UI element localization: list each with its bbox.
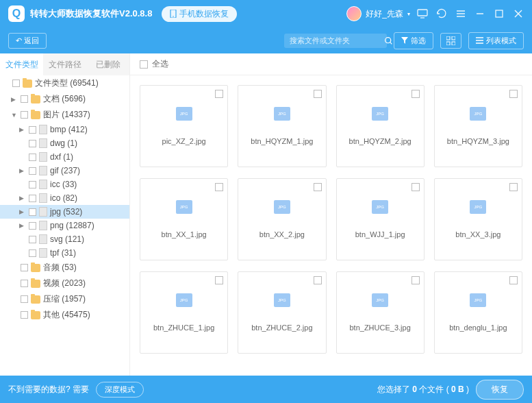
file-card[interactable]: JPGbtn_ZHUCE_2.jpg (238, 271, 326, 354)
recover-button[interactable]: 恢复 (476, 380, 524, 400)
file-checkbox[interactable] (411, 276, 420, 284)
refresh-icon[interactable] (436, 8, 447, 19)
tree-checkbox[interactable] (21, 295, 28, 303)
folder-icon (31, 311, 40, 319)
file-card[interactable]: JPGbtn_WJJ_1.jpg (336, 178, 425, 260)
tree-checkbox[interactable] (21, 280, 28, 287)
user-area[interactable]: 好好_先森 ▾ (346, 6, 410, 21)
grid-view-button[interactable] (440, 33, 461, 49)
tree-checkbox[interactable] (29, 126, 36, 134)
tree-item[interactable]: ▼图片 (14337) (0, 107, 129, 123)
tree-item[interactable]: ▶bmp (412) (0, 123, 129, 136)
jpg-thumb-icon: JPG (176, 107, 192, 121)
tree-checkbox[interactable] (29, 222, 36, 230)
list-mode-button[interactable]: 列表模式 (468, 32, 524, 49)
tree-checkbox[interactable] (29, 167, 36, 175)
tree-arrow-icon[interactable]: ▶ (19, 126, 26, 133)
tree-item[interactable]: icc (33) (0, 178, 129, 191)
tree-checkbox[interactable] (29, 140, 36, 147)
file-card[interactable]: JPGbtn_XX_3.jpg (434, 178, 522, 260)
tree-checkbox[interactable] (29, 249, 36, 257)
tree-arrow-icon[interactable]: ▼ (11, 112, 18, 119)
tree-item[interactable]: 视频 (2023) (0, 276, 129, 291)
monitor-icon[interactable] (417, 8, 428, 19)
svg-rect-14 (452, 36, 455, 40)
tree-item-label: tpf (31) (50, 248, 76, 258)
tree-item[interactable]: ▶png (12887) (0, 219, 129, 232)
tab-deleted[interactable]: 已删除 (86, 53, 129, 75)
select-all-checkbox[interactable] (140, 60, 148, 69)
tree-checkbox[interactable] (29, 154, 36, 161)
filter-button[interactable]: 筛选 (394, 32, 433, 49)
file-card[interactable]: JPGpic_XZ_2.jpg (140, 85, 228, 167)
tree-checkbox[interactable] (21, 264, 28, 271)
file-checkbox[interactable] (509, 276, 518, 284)
tree-item[interactable]: dwg (1) (0, 136, 129, 150)
tree-checkbox[interactable] (21, 95, 28, 103)
tree-checkbox[interactable] (29, 208, 36, 216)
close-icon[interactable] (513, 8, 524, 19)
tree-item-label: 其他 (45475) (43, 309, 90, 321)
file-card[interactable]: JPGbtn_ZHUCE_1.jpg (140, 271, 228, 354)
tab-file-type[interactable]: 文件类型 (0, 53, 43, 75)
search-icon[interactable] (384, 36, 393, 45)
file-card[interactable]: JPGbtn_XX_1.jpg (140, 178, 228, 260)
tree-arrow-icon[interactable]: ▶ (19, 222, 26, 229)
file-checkbox[interactable] (215, 90, 223, 98)
tree-item-label: ico (82) (50, 193, 77, 203)
avatar (346, 6, 362, 21)
file-icon (39, 221, 47, 230)
tree-item[interactable]: 文件类型 (69541) (0, 75, 129, 91)
file-card[interactable]: JPGbtn_HQYZM_2.jpg (336, 85, 425, 167)
file-checkbox[interactable] (314, 183, 322, 191)
search-box[interactable] (284, 34, 387, 48)
tree-checkbox[interactable] (21, 311, 28, 319)
file-card[interactable]: JPGbtn_HQYZM_3.jpg (434, 85, 522, 167)
tree-item[interactable]: tpf (31) (0, 246, 129, 260)
tree-item[interactable]: ▶gif (237) (0, 164, 129, 178)
tree-item[interactable]: svg (121) (0, 232, 129, 246)
file-checkbox[interactable] (215, 183, 223, 191)
file-checkbox[interactable] (509, 183, 518, 191)
svg-rect-15 (446, 42, 450, 45)
tree-arrow-icon[interactable]: ▶ (19, 167, 26, 174)
tree-checkbox[interactable] (12, 80, 20, 87)
tree-item[interactable]: ▶ico (82) (0, 191, 129, 205)
file-name: btn_denglu_1.jpg (449, 323, 507, 332)
search-input[interactable] (290, 36, 384, 45)
tree-checkbox[interactable] (29, 236, 36, 243)
file-card[interactable]: JPGbtn_XX_2.jpg (238, 178, 326, 260)
file-checkbox[interactable] (411, 183, 420, 191)
back-button[interactable]: ↶返回 (8, 33, 47, 49)
file-card[interactable]: JPGbtn_HQYZM_1.jpg (238, 85, 326, 167)
tree-item[interactable]: 其他 (45475) (0, 307, 129, 323)
tree-item-label: 文件类型 (69541) (35, 77, 99, 89)
deep-mode-button[interactable]: 深度模式 (96, 382, 144, 398)
tree-item[interactable]: ▶jpg (532) (0, 205, 129, 219)
maximize-icon[interactable] (494, 8, 505, 19)
tree-item[interactable]: 压缩 (1957) (0, 291, 129, 307)
tree-arrow-icon[interactable]: ▶ (11, 96, 18, 103)
file-name: btn_ZHUCE_2.jpg (251, 323, 312, 332)
menu-icon[interactable] (455, 8, 466, 19)
tree-checkbox[interactable] (21, 111, 28, 119)
tree-arrow-icon[interactable]: ▶ (19, 208, 26, 215)
file-card[interactable]: JPGbtn_ZHUCE_3.jpg (336, 271, 425, 354)
tab-file-path[interactable]: 文件路径 (43, 53, 86, 75)
file-checkbox[interactable] (411, 90, 420, 98)
tree-checkbox[interactable] (29, 195, 36, 202)
tree-item[interactable]: dxf (1) (0, 150, 129, 164)
file-checkbox[interactable] (509, 90, 518, 98)
tree-item-label: dwg (1) (50, 138, 77, 148)
file-checkbox[interactable] (314, 276, 322, 284)
tree-arrow-icon[interactable]: ▶ (19, 195, 26, 202)
app-logo: Q (8, 5, 25, 22)
tree-item[interactable]: ▶文档 (5696) (0, 91, 129, 107)
minimize-icon[interactable] (474, 8, 485, 19)
file-checkbox[interactable] (215, 276, 223, 284)
file-checkbox[interactable] (314, 90, 322, 98)
tree-checkbox[interactable] (29, 181, 36, 188)
mobile-recovery-button[interactable]: 手机数据恢复 (162, 6, 237, 22)
tree-item[interactable]: 音频 (53) (0, 260, 129, 276)
file-card[interactable]: JPGbtn_denglu_1.jpg (434, 271, 522, 354)
